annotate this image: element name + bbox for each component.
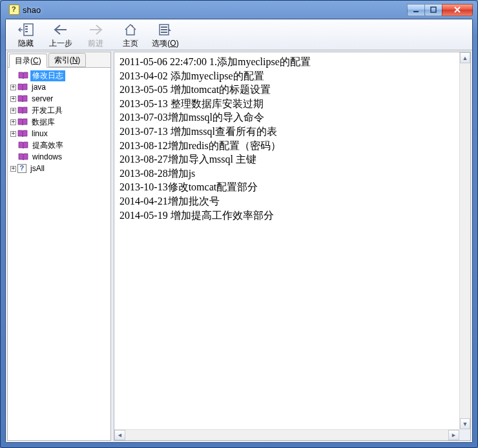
window-buttons — [408, 4, 473, 16]
svg-rect-1 — [431, 7, 436, 12]
tree-item[interactable]: java — [9, 81, 109, 93]
book-icon — [17, 130, 28, 137]
forward-button: 前进 — [78, 21, 113, 50]
hide-icon — [18, 23, 34, 37]
svg-rect-5 — [25, 31, 28, 32]
tree-item[interactable]: 数据库 — [9, 116, 109, 128]
document-panel: 2011-05-06 22:47:00 1.添加myeclipse的配置2013… — [114, 52, 471, 441]
tree-item[interactable]: windows — [9, 151, 109, 163]
content-row: 目录(C) 索引(N) 修改日志javaserver开发工具数据库linux提高… — [6, 50, 472, 442]
scroll-left-button[interactable]: ◄ — [114, 430, 125, 440]
tree-item-label: 提高效率 — [30, 140, 65, 151]
minimize-button[interactable] — [407, 4, 425, 16]
svg-rect-9 — [161, 32, 167, 33]
tree-item[interactable]: linux — [9, 128, 109, 139]
tree-item-label: java — [30, 83, 48, 92]
document-body[interactable]: 2011-05-06 22:47:00 1.添加myeclipse的配置2013… — [114, 52, 459, 429]
scroll-right-button[interactable]: ► — [448, 430, 459, 440]
svg-rect-4 — [25, 28, 28, 30]
tree-item[interactable]: jsAll — [9, 163, 109, 174]
svg-rect-3 — [25, 26, 28, 27]
hide-nav-button[interactable]: 隐藏 — [8, 21, 43, 50]
tree-item-label: 开发工具 — [30, 105, 65, 116]
close-button[interactable] — [442, 4, 473, 16]
expand-icon[interactable] — [10, 85, 16, 90]
book-icon — [17, 107, 28, 114]
document-line: 2013-08-28增加js — [119, 167, 454, 181]
expand-icon[interactable] — [10, 108, 16, 114]
tree-item[interactable]: 提高效率 — [9, 139, 109, 151]
tree-item[interactable]: 开发工具 — [9, 105, 109, 116]
document-line: 2013-08-12增加redis的配置（密码） — [119, 139, 454, 153]
document-line: 2013-07-13 增加mssql查看所有的表 — [119, 125, 454, 139]
expand-icon[interactable] — [10, 131, 16, 137]
tree-item-label: jsAll — [28, 164, 47, 173]
document-line: 2013-04-02 添加myeclipse的配置 — [119, 69, 454, 83]
document-line: 2014-04-21增加批次号 — [119, 194, 454, 209]
help-window: shao 隐藏 — [0, 0, 478, 448]
client-area: 隐藏 上一步 前进 主页 — [5, 19, 473, 443]
forward-icon — [88, 23, 103, 37]
tree-item-label: 修改日志 — [30, 70, 65, 81]
document-line: 2013-10-13修改tomcat配置部分 — [119, 180, 454, 194]
tab-contents[interactable]: 目录(C) — [9, 54, 47, 68]
options-icon — [158, 23, 172, 37]
svg-rect-0 — [413, 11, 419, 12]
expand-icon[interactable] — [10, 119, 16, 125]
svg-rect-7 — [161, 26, 167, 28]
scroll-down-button[interactable]: ▼ — [460, 418, 470, 429]
toc-tree[interactable]: 修改日志javaserver开发工具数据库linux提高效率windowsjsA… — [8, 68, 110, 440]
options-button[interactable]: 选项(O) — [148, 21, 183, 50]
document-line: 2013-08-27增加导入mssql 主键 — [119, 152, 454, 167]
tree-item-label: windows — [30, 152, 64, 161]
document-line: 2013-05-13 整理数据库安装过期 — [119, 97, 454, 111]
book-icon — [18, 141, 28, 149]
titlebar[interactable]: shao — [5, 1, 473, 19]
tree-item[interactable]: server — [9, 93, 109, 105]
book-icon — [18, 72, 28, 79]
horizontal-scrollbar[interactable]: ◄ ► — [114, 429, 459, 440]
book-icon — [17, 118, 28, 126]
book-icon — [17, 95, 28, 103]
nav-tabs: 目录(C) 索引(N) — [8, 52, 110, 68]
document-line: 2014-05-19 增加提高工作效率部分 — [119, 209, 454, 223]
tree-item-label: server — [30, 94, 55, 103]
expand-icon[interactable] — [10, 96, 16, 102]
document-line: 2013-07-03增加mssql的导入命令 — [119, 110, 454, 125]
help-file-icon — [9, 5, 19, 15]
document-line: 2013-05-05 增加tomcat的标题设置 — [119, 83, 454, 97]
document-line: 2011-05-06 22:47:00 1.添加myeclipse的配置 — [119, 55, 454, 69]
svg-rect-8 — [161, 29, 167, 30]
tab-index[interactable]: 索引(N) — [48, 53, 87, 67]
maximize-button[interactable] — [424, 4, 442, 16]
vertical-scrollbar[interactable]: ▲ ▼ — [459, 52, 470, 429]
book-icon — [18, 153, 28, 161]
tree-item-label: linux — [30, 129, 50, 138]
scroll-corner — [459, 429, 470, 440]
tree-item-label: 数据库 — [30, 117, 57, 128]
back-icon — [54, 23, 68, 37]
book-icon — [17, 83, 28, 91]
home-button[interactable]: 主页 — [113, 21, 148, 50]
tree-item[interactable]: 修改日志 — [9, 70, 109, 81]
back-button[interactable]: 上一步 — [43, 21, 78, 50]
window-title: shao — [23, 5, 408, 15]
navigation-panel: 目录(C) 索引(N) 修改日志javaserver开发工具数据库linux提高… — [7, 52, 111, 441]
home-icon — [123, 23, 138, 37]
expand-icon[interactable] — [10, 166, 16, 172]
scroll-up-button[interactable]: ▲ — [460, 52, 470, 63]
toolbar: 隐藏 上一步 前进 主页 — [6, 19, 472, 50]
help-page-icon — [17, 164, 26, 173]
